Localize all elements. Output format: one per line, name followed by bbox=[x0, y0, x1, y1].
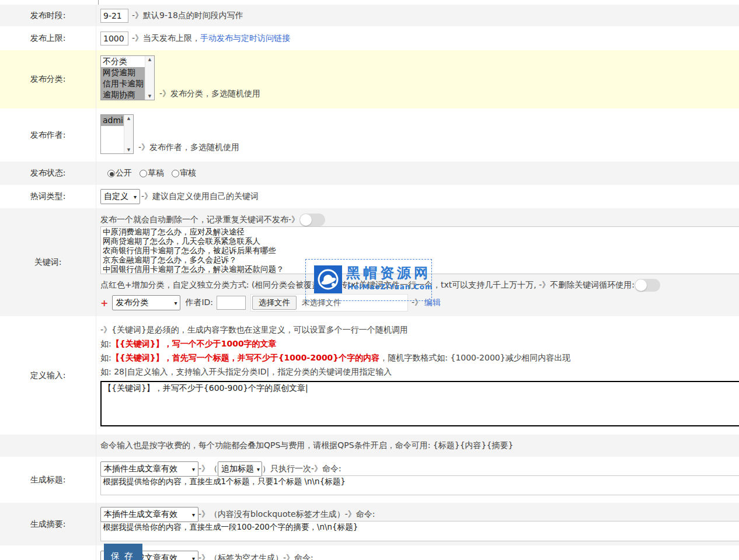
listbox-scrollbar[interactable]: ▲ ▼ bbox=[124, 115, 133, 153]
publish-category-label: 发布分类: bbox=[0, 50, 96, 108]
hotword-type-label: 热词类型: bbox=[0, 185, 96, 208]
qps-note-label-spacer bbox=[0, 435, 96, 457]
radio-label: 审核 bbox=[180, 168, 196, 178]
publish-author-listbox[interactable]: admin ▲ ▼ bbox=[100, 114, 134, 154]
define-example-1: 【{关键词}】，写一个不少于1000字的文章 bbox=[111, 339, 277, 349]
radio-unchecked-icon[interactable] bbox=[140, 170, 147, 177]
gen-title-label: 生成标题: bbox=[0, 457, 96, 503]
keyword-category-select[interactable]: 发布分类 ▾ bbox=[112, 295, 180, 310]
scroll-up-icon[interactable]: ▲ bbox=[148, 57, 151, 62]
chevron-down-icon: ▾ bbox=[174, 300, 177, 306]
row-qps-note: 命令输入也是按字收费的，每个功能都会叠加QPS与费用，请根据QPS条件开启，命令… bbox=[0, 435, 739, 457]
define-hint-2: 如: 28|自定义输入，支持输入开头指定分类ID|，指定分类的关键词使用指定输入 bbox=[100, 367, 392, 377]
row-publish-category: 发布分类: 不分类 网贷逾期 信用卡逾期 逾期协商 ▲ ▼ -》发布分类，多选随… bbox=[0, 50, 739, 108]
select-value: 本插件生成文章有效 bbox=[104, 509, 177, 520]
publish-time-label: 发布时段: bbox=[0, 5, 96, 26]
category-option[interactable]: 网贷逾期 bbox=[101, 67, 145, 78]
add-category-button[interactable]: + bbox=[100, 298, 108, 309]
define-hint-1: -》{关键词}是必须的，生成内容字数也在这里定义，可以设置多个一行一个随机调用 bbox=[100, 325, 408, 335]
cutoff-control-border bbox=[98, 0, 99, 5]
publish-limit-input[interactable] bbox=[100, 32, 128, 46]
row-publish-status: 发布状态: 公开 草稿 审核 bbox=[0, 162, 739, 185]
define-example-prefix: 如: bbox=[100, 353, 111, 363]
row-define-input: 定义输入: -》{关键词}是必须的，生成内容字数也在这里定义，可以设置多个一行一… bbox=[0, 316, 739, 435]
publish-category-caption: -》发布分类，多选随机使用 bbox=[159, 89, 260, 100]
publish-limit-caption: -》当天发布上限， bbox=[132, 33, 200, 44]
publish-time-input[interactable] bbox=[100, 9, 128, 23]
auto-delete-toggle-text: 发布一个就会自动删除一个，记录重复关键词不发布-》 bbox=[100, 215, 299, 225]
author-id-label: 作者ID: bbox=[185, 298, 213, 308]
gen-tag-mid: -》（标签为空才生成）-》命令: bbox=[198, 553, 313, 560]
gen-abstract-command-textarea[interactable]: 根据我提供给你的内容，直接生成一段100-200个字的摘要，\n\n{标题} bbox=[100, 521, 739, 541]
gen-title-mode-select[interactable]: 本插件生成文章有效 ▾ bbox=[100, 461, 198, 477]
gen-title-command-textarea[interactable]: 根据我提供给你的内容，直接生成1个标题，只要1个标题 \n\n{标题} bbox=[100, 475, 739, 495]
row-gen-title: 生成标题: 本插件生成文章有效 ▾ -》（ 追加标题 ▾ ）只执行一次-》命令:… bbox=[0, 457, 739, 503]
watermark: 黑帽资源网 HeiMaoZiYuan.Com bbox=[305, 259, 432, 301]
save-button[interactable]: 保存 bbox=[104, 544, 142, 560]
keywords-label: 关键词: bbox=[0, 208, 96, 316]
publish-time-caption: -》默认9-18点的时间段内写作 bbox=[132, 10, 243, 21]
radio-label: 草稿 bbox=[148, 168, 164, 178]
publish-limit-label: 发布上限: bbox=[0, 26, 96, 50]
select-value: 自定义 bbox=[104, 191, 128, 202]
row-gen-abstract: 生成摘要: 本插件生成文章有效 ▾ -》（内容没有blockquote标签才生成… bbox=[0, 503, 739, 545]
choose-file-button[interactable]: 选择文件 bbox=[252, 296, 297, 310]
auto-delete-toggle[interactable] bbox=[299, 214, 325, 226]
publish-status-label: 发布状态: bbox=[0, 162, 96, 185]
radio-review[interactable]: 审核 bbox=[172, 168, 196, 178]
publish-author-label: 发布作者: bbox=[0, 108, 96, 162]
row-publish-time: 发布时段: -》默认9-18点的时间段内写作 bbox=[0, 5, 739, 26]
select-value: 追加标题 bbox=[221, 464, 254, 474]
define-example-2: 【{关键词}】，首先写一个标题，并写不少于{1000-2000}个字的内容 bbox=[111, 353, 380, 363]
author-id-input[interactable] bbox=[217, 296, 246, 310]
keep-keywords-toggle[interactable] bbox=[635, 279, 660, 292]
hotword-type-select[interactable]: 自定义 ▾ bbox=[100, 189, 140, 204]
listbox-scrollbar[interactable]: ▲ ▼ bbox=[145, 56, 154, 100]
manual-publish-link[interactable]: 手动发布与定时访问链接 bbox=[200, 33, 290, 44]
gen-abstract-mode-select[interactable]: 本插件生成文章有效 ▾ bbox=[100, 507, 198, 522]
row-hotword-type: 热词类型: 自定义 ▾ -》建议自定义使用自己的关键词 bbox=[0, 185, 739, 208]
heimao-logo-icon bbox=[314, 265, 342, 293]
radio-public[interactable]: 公开 bbox=[107, 168, 132, 178]
hotword-type-caption: -》建议自定义使用自己的关键词 bbox=[141, 191, 259, 202]
define-example-prefix: 如: bbox=[100, 339, 111, 349]
gen-title-append-select[interactable]: 追加标题 ▾ bbox=[218, 461, 262, 477]
watermark-title: 黑帽资源网 bbox=[346, 264, 431, 282]
watermark-subtitle: HeiMaoZiYuan.Com bbox=[347, 283, 433, 291]
row-publish-limit: 发布上限: -》当天发布上限， 手动发布与定时访问链接 bbox=[0, 26, 739, 50]
qps-note-text: 命令输入也是按字收费的，每个功能都会叠加QPS与费用，请根据QPS条件开启，命令… bbox=[100, 440, 513, 451]
category-option[interactable]: 信用卡逾期 bbox=[101, 78, 145, 89]
cutoff-row-above bbox=[0, 0, 739, 5]
author-option[interactable]: admin bbox=[101, 115, 124, 126]
scroll-up-icon[interactable]: ▲ bbox=[127, 116, 130, 121]
row-publish-author: 发布作者: admin ▲ ▼ -》发布作者，多选随机使用 bbox=[0, 108, 739, 162]
publish-status-radio-group: 公开 草稿 审核 bbox=[107, 168, 204, 178]
select-value: 本插件生成文章有效 bbox=[104, 464, 177, 474]
define-input-textarea[interactable]: 【{关键词}】，并写不少于{600-900}个字的原创文章| bbox=[100, 381, 739, 426]
plugin-settings-page: 发布时段: -》默认9-18点的时间段内写作 发布上限: -》当天发布上限， 手… bbox=[0, 0, 739, 560]
radio-label: 公开 bbox=[116, 168, 132, 178]
define-example-2-rest: ，随机字数格式如: {1000-2000}减少相同内容出现 bbox=[379, 353, 570, 363]
scroll-down-icon[interactable]: ▼ bbox=[127, 148, 130, 152]
gen-abstract-mid: -》（内容没有blockquote标签才生成）-》命令: bbox=[198, 509, 375, 520]
gen-title-mid-2: ）只执行一次-》命令: bbox=[262, 464, 341, 474]
chevron-down-icon: ▾ bbox=[192, 512, 195, 518]
gen-title-mid-1: -》（ bbox=[198, 464, 218, 474]
category-option[interactable]: 不分类 bbox=[101, 56, 145, 67]
chevron-down-icon: ▾ bbox=[192, 555, 195, 560]
radio-checked-icon[interactable] bbox=[107, 170, 115, 177]
chevron-down-icon: ▾ bbox=[257, 466, 260, 473]
select-value: 发布分类 bbox=[116, 298, 148, 308]
toggle-knob bbox=[300, 214, 312, 226]
gen-abstract-label: 生成摘要: bbox=[0, 503, 96, 545]
scroll-down-icon[interactable]: ▼ bbox=[148, 94, 151, 99]
category-option[interactable]: 逾期协商 bbox=[101, 89, 145, 100]
radio-draft[interactable]: 草稿 bbox=[140, 168, 164, 178]
define-input-label: 定义输入: bbox=[0, 316, 96, 435]
publish-author-caption: -》发布作者，多选随机使用 bbox=[138, 142, 239, 154]
toggle-knob bbox=[635, 279, 647, 291]
radio-unchecked-icon[interactable] bbox=[172, 170, 179, 177]
publish-category-listbox[interactable]: 不分类 网贷逾期 信用卡逾期 逾期协商 ▲ ▼ bbox=[100, 55, 155, 100]
chevron-down-icon: ▾ bbox=[134, 194, 137, 200]
chevron-down-icon: ▾ bbox=[192, 466, 195, 473]
